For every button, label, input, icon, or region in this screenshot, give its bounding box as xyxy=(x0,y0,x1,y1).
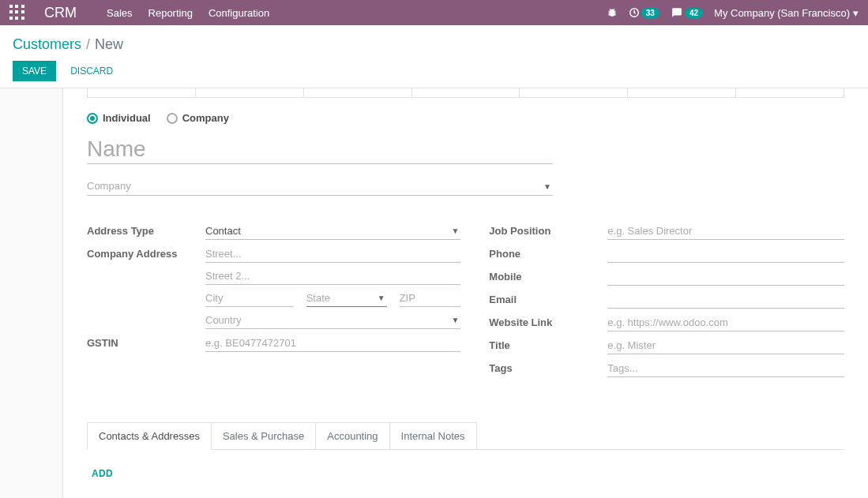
radio-company[interactable]: Company xyxy=(167,112,229,124)
tab-contacts[interactable]: Contacts & Addresses xyxy=(87,422,212,450)
radio-individual[interactable]: Individual xyxy=(87,112,151,124)
nav-link-sales[interactable]: Sales xyxy=(107,7,133,19)
save-button[interactable]: Save xyxy=(13,61,56,81)
gstin-input[interactable] xyxy=(205,335,460,352)
add-button[interactable]: Add xyxy=(92,468,113,479)
name-input[interactable] xyxy=(87,135,553,164)
field-mobile: Mobile xyxy=(489,268,844,286)
discard-button[interactable]: Discard xyxy=(64,61,119,81)
field-phone: Phone xyxy=(489,245,844,263)
chevron-down-icon: ▾ xyxy=(853,7,859,19)
state-input[interactable] xyxy=(306,290,387,307)
right-column: Job Position Phone Mobile Email Website … xyxy=(489,223,844,383)
tab-content: Add xyxy=(87,449,844,496)
tab-accounting[interactable]: Accounting xyxy=(315,422,389,450)
bug-icon[interactable] xyxy=(607,7,618,18)
tags-input[interactable] xyxy=(607,360,844,377)
field-address-type: Address Type ▼ xyxy=(87,223,460,240)
company-selector[interactable]: My Company (San Francisco) ▾ xyxy=(714,7,859,19)
city-input[interactable] xyxy=(205,290,294,307)
brand[interactable]: CRM xyxy=(44,5,77,21)
smart-button-row xyxy=(87,88,844,98)
field-email: Email xyxy=(489,291,844,309)
country-input[interactable] xyxy=(205,312,460,329)
smart-tab[interactable] xyxy=(412,88,520,97)
smart-tab[interactable] xyxy=(196,88,304,97)
form-grid: Address Type ▼ Company Address xyxy=(87,223,844,383)
tab-notes[interactable]: Internal Notes xyxy=(389,422,477,450)
nav-link-configuration[interactable]: Configuration xyxy=(209,7,269,19)
address-type-input[interactable] xyxy=(205,223,460,240)
nav-link-reporting[interactable]: Reporting xyxy=(148,7,193,19)
action-buttons: Save Discard xyxy=(13,61,855,81)
breadcrumb: Customers / New xyxy=(13,36,855,53)
label: Phone xyxy=(489,245,607,260)
label: Job Position xyxy=(489,223,607,237)
company-name: My Company (San Francisco) xyxy=(714,7,850,19)
form-sheet: Individual Company ▼ Address Type ▼ xyxy=(63,88,868,498)
company-input[interactable] xyxy=(87,177,553,196)
breadcrumb-separator: / xyxy=(86,36,90,53)
content: Individual Company ▼ Address Type ▼ xyxy=(0,88,868,498)
field-tags: Tags xyxy=(489,360,844,377)
breadcrumb-parent[interactable]: Customers xyxy=(13,36,81,53)
label: Website Link xyxy=(489,314,607,328)
clock-icon[interactable]: 33 xyxy=(629,7,659,18)
smart-tab[interactable] xyxy=(520,88,628,97)
label: Address Type xyxy=(87,223,205,237)
clock-badge: 33 xyxy=(641,8,659,18)
control-panel: Customers / New Save Discard xyxy=(0,25,868,88)
smart-tab[interactable] xyxy=(87,88,196,97)
company-field: ▼ xyxy=(87,177,553,196)
radio-label: Individual xyxy=(103,112,151,124)
tab-sales[interactable]: Sales & Purchase xyxy=(211,422,316,450)
field-job-position: Job Position xyxy=(489,223,844,240)
top-navbar: CRM Sales Reporting Configuration 33 42 … xyxy=(0,0,868,25)
left-column: Address Type ▼ Company Address xyxy=(87,223,460,383)
nav-links: Sales Reporting Configuration xyxy=(107,7,269,19)
breadcrumb-current: New xyxy=(95,36,123,53)
smart-tab[interactable] xyxy=(736,88,844,97)
field-website: Website Link xyxy=(489,314,844,331)
radio-icon xyxy=(87,113,98,124)
apps-icon[interactable] xyxy=(9,5,25,21)
title-input[interactable] xyxy=(607,337,844,354)
website-input[interactable] xyxy=(607,314,844,331)
phone-input[interactable] xyxy=(607,245,844,263)
nav-right: 33 42 My Company (San Francisco) ▾ xyxy=(607,7,859,19)
smart-tab[interactable] xyxy=(304,88,412,97)
chat-badge: 42 xyxy=(685,8,703,18)
label: Tags xyxy=(489,360,607,374)
label: Email xyxy=(489,291,607,305)
email-input[interactable] xyxy=(607,291,844,309)
label: Title xyxy=(489,337,607,351)
label: Mobile xyxy=(489,268,607,283)
side-strip xyxy=(0,88,63,498)
tabs: Contacts & Addresses Sales & Purchase Ac… xyxy=(87,422,844,450)
field-gstin: GSTIN xyxy=(87,335,460,352)
mobile-input[interactable] xyxy=(607,268,844,286)
type-radio-group: Individual Company xyxy=(87,112,844,124)
street2-input[interactable] xyxy=(205,268,460,285)
job-input[interactable] xyxy=(607,223,844,240)
field-title: Title xyxy=(489,337,844,354)
field-company-address: Company Address ▼ xyxy=(87,245,460,329)
radio-label: Company xyxy=(182,112,229,124)
chat-icon[interactable]: 42 xyxy=(671,7,703,18)
label: GSTIN xyxy=(87,335,205,349)
label: Company Address xyxy=(87,245,205,260)
zip-input[interactable] xyxy=(400,290,461,307)
smart-tab[interactable] xyxy=(628,88,736,97)
street-input[interactable] xyxy=(205,245,460,263)
radio-icon xyxy=(167,113,178,124)
